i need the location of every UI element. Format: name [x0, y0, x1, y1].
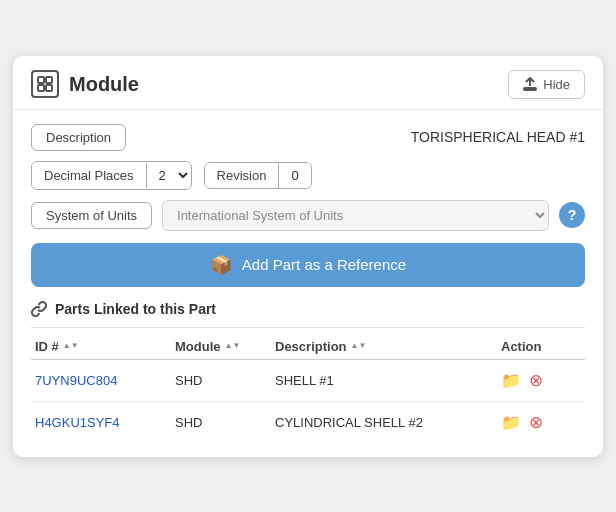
svg-rect-1	[46, 77, 52, 83]
svg-rect-2	[38, 85, 44, 91]
svg-rect-0	[38, 77, 44, 83]
parts-table: ID # ▲▼ Module ▲▼ Description ▲▼ Action …	[31, 334, 585, 443]
system-select-wrap: International System of Units Imperial	[162, 200, 549, 231]
hide-button[interactable]: Hide	[508, 70, 585, 99]
decimal-places-label: Decimal Places	[32, 163, 147, 188]
svg-rect-3	[46, 85, 52, 91]
parts-linked-header: Parts Linked to this Part	[31, 301, 585, 317]
td-id-1: 7UYN9UC804	[35, 373, 175, 388]
add-part-button[interactable]: 📦 Add Part as a Reference	[31, 243, 585, 287]
table-row: 7UYN9UC804 SHD SHELL #1 📁 ⊗	[31, 360, 585, 402]
description-row: Description TORISPHERICAL HEAD #1	[31, 124, 585, 151]
sort-icon-description[interactable]: ▲▼	[351, 342, 367, 350]
table-header: ID # ▲▼ Module ▲▼ Description ▲▼ Action	[31, 334, 585, 360]
delete-button-1[interactable]: ⊗	[529, 370, 543, 391]
td-module-2: SHD	[175, 415, 275, 430]
td-desc-1: SHELL #1	[275, 373, 501, 388]
th-id: ID # ▲▼	[35, 339, 175, 354]
help-button[interactable]: ?	[559, 202, 585, 228]
td-desc-2: CYLINDRICAL SHELL #2	[275, 415, 501, 430]
page-title: Module	[69, 73, 139, 96]
th-description: Description ▲▼	[275, 339, 501, 354]
upload-icon	[523, 77, 537, 91]
fields-row: Decimal Places 2 0 1 3 4 Revision 0	[31, 161, 585, 190]
svg-rect-4	[524, 88, 536, 90]
delete-button-2[interactable]: ⊗	[529, 412, 543, 433]
system-label: System of Units	[31, 202, 152, 229]
th-module: Module ▲▼	[175, 339, 275, 354]
folder-button-1[interactable]: 📁	[501, 371, 521, 390]
cube-icon: 📦	[210, 254, 232, 276]
description-value: TORISPHERICAL HEAD #1	[411, 129, 585, 145]
revision-label: Revision	[205, 163, 280, 188]
card-body: Description TORISPHERICAL HEAD #1 Decima…	[13, 110, 603, 457]
link-icon	[31, 301, 47, 317]
revision-value: 0	[279, 163, 310, 188]
revision-group: Revision 0	[204, 162, 312, 189]
td-id-2: H4GKU1SYF4	[35, 415, 175, 430]
parts-linked-label: Parts Linked to this Part	[55, 301, 216, 317]
description-tab[interactable]: Description	[31, 124, 126, 151]
add-part-label: Add Part as a Reference	[242, 256, 406, 273]
td-module-1: SHD	[175, 373, 275, 388]
td-action-2: 📁 ⊗	[501, 412, 581, 433]
folder-button-2[interactable]: 📁	[501, 413, 521, 432]
sort-icon-module[interactable]: ▲▼	[225, 342, 241, 350]
title-area: Module	[31, 70, 139, 98]
sort-icon-id[interactable]: ▲▼	[63, 342, 79, 350]
table-row: H4GKU1SYF4 SHD CYLINDRICAL SHELL #2 📁 ⊗	[31, 402, 585, 443]
system-row: System of Units International System of …	[31, 200, 585, 231]
module-card: Module Hide Description TORISPHERICAL HE…	[13, 56, 603, 457]
decimal-places-select[interactable]: 2 0 1 3 4	[147, 162, 191, 189]
td-action-1: 📁 ⊗	[501, 370, 581, 391]
card-header: Module Hide	[13, 56, 603, 110]
th-action: Action	[501, 339, 581, 354]
hide-label: Hide	[543, 77, 570, 92]
module-icon	[31, 70, 59, 98]
divider	[31, 327, 585, 328]
decimal-places-group: Decimal Places 2 0 1 3 4	[31, 161, 192, 190]
system-select[interactable]: International System of Units Imperial	[163, 201, 548, 230]
